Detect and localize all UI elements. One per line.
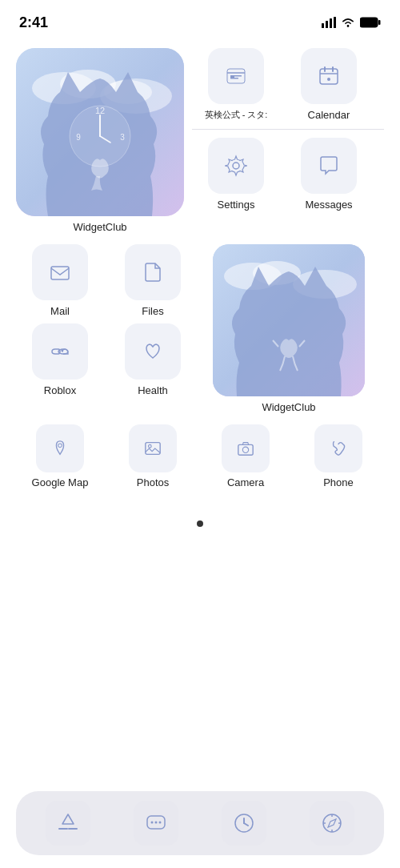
svg-rect-22 xyxy=(230,78,238,79)
camera-label: Camera xyxy=(227,476,264,488)
row2: Mail Files xyxy=(16,244,384,413)
svg-point-46 xyxy=(155,822,158,824)
row1: 12 9 3 WidgetClub xyxy=(16,43,384,233)
dock-icon-messages[interactable] xyxy=(134,801,178,846)
status-icons xyxy=(322,17,381,28)
svg-rect-3 xyxy=(334,17,336,28)
svg-point-47 xyxy=(159,822,162,824)
dock xyxy=(16,791,384,855)
dock-clock[interactable] xyxy=(222,801,266,846)
eiken-label: 英検公式 - スタ: xyxy=(205,109,268,121)
messages-app[interactable]: Messages xyxy=(285,138,373,211)
phone-app[interactable]: Phone xyxy=(294,424,382,488)
svg-text:12: 12 xyxy=(95,106,105,115)
roblox-app[interactable]: Roblox xyxy=(16,323,104,396)
svg-rect-38 xyxy=(146,443,160,455)
svg-line-50 xyxy=(244,823,248,826)
dock-icon-app-store[interactable] xyxy=(46,801,90,846)
dock-messages[interactable] xyxy=(134,801,178,846)
health-label: Health xyxy=(138,384,168,396)
svg-rect-21 xyxy=(230,75,242,77)
google-map-icon xyxy=(51,440,69,457)
svg-rect-23 xyxy=(320,69,338,84)
dock-icon-safari[interactable] xyxy=(310,801,354,846)
dock-messages-icon xyxy=(144,811,168,835)
calendar-app[interactable]: Calendar xyxy=(285,48,373,121)
svg-rect-6 xyxy=(378,20,381,25)
widget-club-large[interactable]: 12 9 3 WidgetClub xyxy=(16,48,184,233)
calendar-icon xyxy=(318,65,340,87)
mail-label: Mail xyxy=(50,305,70,317)
widget-club-medium-label: WidgetClub xyxy=(262,401,315,413)
dock-safari-icon xyxy=(320,811,344,835)
svg-rect-2 xyxy=(330,18,332,28)
photos-icon xyxy=(144,440,162,457)
settings-app[interactable]: Settings xyxy=(192,138,280,211)
camera-app[interactable]: Camera xyxy=(202,424,290,488)
photos-app[interactable]: Photos xyxy=(109,424,197,488)
page-indicator xyxy=(16,520,384,527)
dock-clock-icon xyxy=(232,811,256,835)
svg-point-37 xyxy=(58,444,62,448)
svg-point-41 xyxy=(242,447,248,452)
phone-label: Phone xyxy=(323,476,354,488)
signal-icon xyxy=(322,17,336,28)
svg-point-4 xyxy=(347,25,350,27)
svg-point-28 xyxy=(233,163,239,169)
battery-icon xyxy=(360,17,381,28)
health-icon xyxy=(142,340,164,363)
row1-right-top: 英検公式 - スタ: Calendar xyxy=(192,48,384,121)
messages-label: Messages xyxy=(305,199,352,211)
svg-rect-29 xyxy=(51,267,69,279)
files-icon xyxy=(142,261,164,283)
widget-medium-body xyxy=(213,244,365,396)
roblox-label: Roblox xyxy=(44,384,76,396)
row3: Google Map Photos Camera xyxy=(16,424,384,488)
dock-app-store[interactable] xyxy=(46,801,90,846)
svg-rect-1 xyxy=(326,21,328,28)
row2-bottom-icons: Roblox Health xyxy=(16,323,197,396)
eiken-app[interactable]: 英検公式 - スタ: xyxy=(192,48,280,121)
google-map-app[interactable]: Google Map xyxy=(16,424,104,488)
roblox-icon xyxy=(49,340,71,363)
dock-safari[interactable] xyxy=(310,801,354,846)
row2-top-icons: Mail Files xyxy=(16,244,197,317)
calendar-label: Calendar xyxy=(308,109,350,121)
widget-club-medium[interactable]: WidgetClub xyxy=(213,244,365,413)
settings-icon xyxy=(225,155,247,177)
svg-point-39 xyxy=(149,444,152,448)
photos-label: Photos xyxy=(137,476,169,488)
svg-rect-40 xyxy=(238,444,253,455)
svg-point-51 xyxy=(323,814,341,832)
divider xyxy=(192,129,384,130)
row2-left: Mail Files xyxy=(16,244,197,396)
phone-icon xyxy=(330,440,347,457)
svg-point-45 xyxy=(151,822,154,824)
row1-right: 英検公式 - スタ: Calendar xyxy=(192,48,384,233)
svg-rect-5 xyxy=(360,18,378,27)
mail-icon xyxy=(49,261,71,283)
svg-text:9: 9 xyxy=(76,133,81,142)
files-app[interactable]: Files xyxy=(109,244,197,317)
home-screen: 12 9 3 WidgetClub xyxy=(0,35,400,527)
app-store-icon xyxy=(56,811,80,835)
files-label: Files xyxy=(142,305,163,317)
page-dot-active xyxy=(197,520,203,527)
eiken-icon xyxy=(225,65,247,87)
svg-text:3: 3 xyxy=(120,133,125,142)
wifi-icon xyxy=(341,17,355,28)
svg-point-27 xyxy=(327,78,330,81)
status-bar: 2:41 xyxy=(0,0,400,35)
camera-icon xyxy=(237,440,254,457)
settings-label: Settings xyxy=(218,199,255,211)
row1-right-bottom: Settings Messages xyxy=(192,138,384,211)
svg-rect-0 xyxy=(322,23,324,28)
messages-icon xyxy=(318,155,340,177)
status-time: 2:41 xyxy=(19,14,48,31)
dock-icon-clock[interactable] xyxy=(222,801,266,846)
google-map-label: Google Map xyxy=(32,476,89,488)
health-app[interactable]: Health xyxy=(109,323,197,396)
mail-app[interactable]: Mail xyxy=(16,244,104,317)
widget-club-large-label: WidgetClub xyxy=(73,221,126,233)
